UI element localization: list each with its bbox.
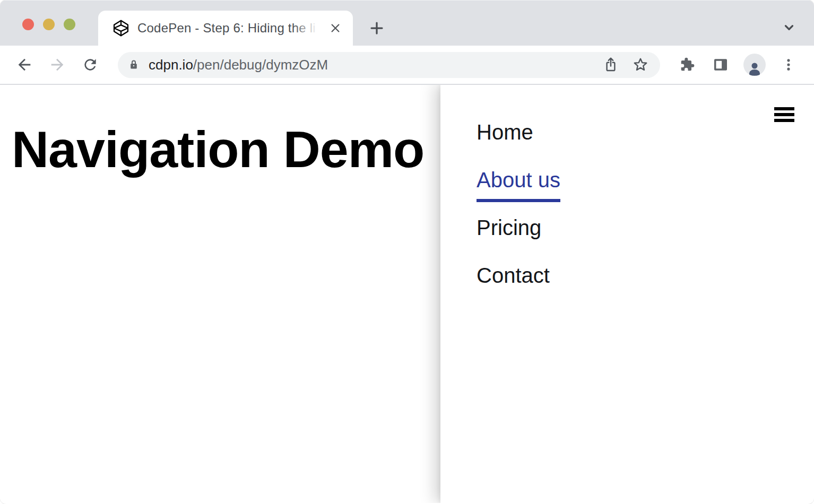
share-icon bbox=[603, 56, 619, 73]
nav-item: Home bbox=[477, 119, 560, 167]
tab-search-button[interactable] bbox=[779, 18, 799, 38]
nav-link-about-us[interactable]: About us bbox=[477, 167, 560, 202]
browser-window: CodePen - Step 6: Hiding the li bbox=[0, 0, 814, 504]
side-panel-button[interactable] bbox=[709, 53, 732, 76]
profile-button[interactable] bbox=[743, 53, 766, 76]
macos-traffic-lights bbox=[22, 19, 75, 30]
back-button[interactable] bbox=[13, 53, 36, 76]
lock-icon[interactable] bbox=[127, 58, 140, 72]
browser-tab[interactable]: CodePen - Step 6: Hiding the li bbox=[98, 11, 353, 46]
side-panel-icon bbox=[712, 56, 729, 73]
plus-icon bbox=[369, 20, 385, 36]
menu-toggle-button[interactable] bbox=[774, 107, 794, 122]
star-icon bbox=[632, 56, 649, 73]
puzzle-icon bbox=[678, 56, 695, 73]
browser-menu-button[interactable] bbox=[777, 53, 800, 76]
nav-item: Pricing bbox=[477, 215, 560, 263]
nav-link-contact[interactable]: Contact bbox=[477, 264, 550, 287]
reload-button[interactable] bbox=[79, 53, 102, 76]
close-icon bbox=[330, 22, 341, 34]
tab-strip: CodePen - Step 6: Hiding the li bbox=[0, 0, 814, 46]
page-content: Navigation Demo Home About us Pricing bbox=[0, 85, 814, 503]
codepen-favicon-icon bbox=[113, 20, 129, 37]
url-text: cdpn.io/pen/debug/dymzOzM bbox=[149, 57, 602, 73]
zoom-window-button[interactable] bbox=[64, 19, 75, 30]
address-bar[interactable]: cdpn.io/pen/debug/dymzOzM bbox=[118, 52, 660, 78]
close-window-button[interactable] bbox=[22, 19, 34, 30]
nav-item: About us bbox=[477, 167, 560, 215]
forward-arrow-icon bbox=[48, 56, 66, 74]
hamburger-icon bbox=[774, 107, 794, 110]
chevron-down-icon bbox=[782, 21, 796, 34]
bookmark-button[interactable] bbox=[631, 56, 650, 74]
browser-toolbar: cdpn.io/pen/debug/dymzOzM bbox=[0, 46, 814, 85]
nav-item: Contact bbox=[477, 263, 560, 310]
nav-panel: Home About us Pricing Contact bbox=[440, 85, 814, 503]
person-icon bbox=[747, 61, 763, 76]
kebab-menu-icon bbox=[781, 57, 796, 72]
forward-button[interactable] bbox=[46, 53, 69, 76]
extensions-button[interactable] bbox=[675, 53, 698, 76]
url-domain: cdpn.io bbox=[149, 57, 193, 73]
minimize-window-button[interactable] bbox=[43, 19, 55, 30]
reload-icon bbox=[82, 56, 99, 73]
url-path: /pen/debug/dymzOzM bbox=[193, 57, 328, 73]
nav-link-home[interactable]: Home bbox=[477, 120, 533, 144]
tab-close-button[interactable] bbox=[327, 20, 343, 36]
share-button[interactable] bbox=[602, 56, 620, 74]
page-heading: Navigation Demo bbox=[12, 124, 424, 175]
avatar bbox=[743, 54, 766, 76]
back-arrow-icon bbox=[15, 56, 33, 74]
nav-link-pricing[interactable]: Pricing bbox=[477, 216, 541, 239]
tab-title: CodePen - Step 6: Hiding the li bbox=[137, 21, 322, 36]
new-tab-button[interactable] bbox=[367, 19, 386, 38]
